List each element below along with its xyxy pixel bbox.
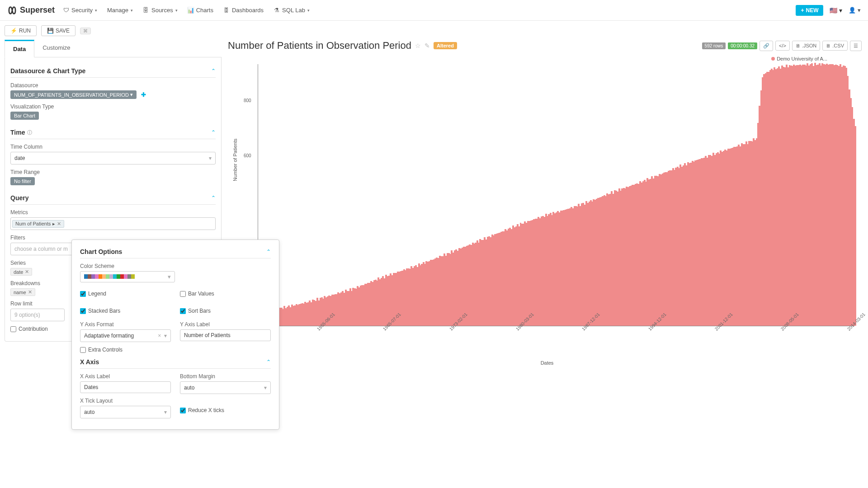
- nav-security[interactable]: 🛡Security▾: [63, 7, 97, 14]
- star-icon[interactable]: ☆: [415, 42, 421, 49]
- y-axis-label-input[interactable]: [180, 329, 271, 341]
- add-datasource-icon[interactable]: ✚: [141, 91, 146, 98]
- y-axis-label: Number of Patients: [232, 139, 238, 181]
- chart-bar[interactable]: [854, 126, 856, 326]
- x-axis-label: Dates: [240, 360, 854, 366]
- chart-legend[interactable]: Demo University of A...: [240, 56, 854, 61]
- y-tick: 800: [244, 98, 251, 103]
- remove-icon[interactable]: ✕: [25, 269, 29, 275]
- nav-sources[interactable]: 🗄Sources▾: [143, 7, 178, 14]
- chevron-up-icon: ⌃: [211, 68, 216, 74]
- chart-header: Number of Patients in Observation Period…: [226, 36, 863, 52]
- metric-tag[interactable]: Num of Patients▸✕: [12, 220, 64, 228]
- chart-title: Number of Patients in Observation Period: [228, 40, 411, 52]
- chevron-up-icon: ⌃: [266, 249, 271, 255]
- chart-area: Demo University of A... Number of Patien…: [226, 52, 863, 381]
- section-time-header[interactable]: Time ⓘ ⌃: [10, 124, 216, 139]
- contribution-checkbox[interactable]: [10, 326, 16, 332]
- json-button[interactable]: 🗎.JSON: [792, 41, 820, 51]
- viz-type-select[interactable]: Bar Chart: [10, 112, 39, 120]
- section-x-axis-header[interactable]: X Axis ⌃: [80, 357, 271, 369]
- row-count-badge: 592 rows: [702, 42, 726, 49]
- time-range-select[interactable]: No filter: [10, 177, 35, 185]
- breakdown-tag[interactable]: name✕: [10, 288, 35, 296]
- section-chart-options-header[interactable]: Chart Options ⌃: [80, 246, 271, 258]
- time-column-select[interactable]: date▾: [10, 152, 216, 164]
- color-swatch: [131, 274, 135, 279]
- color-swatch: [95, 274, 99, 279]
- x-axis-label-input[interactable]: [80, 381, 171, 386]
- chart-options-popover: Chart Options ⌃ Color Scheme ▾ Legend Ba…: [71, 239, 279, 386]
- nav-manage-label: Manage: [107, 7, 128, 14]
- nav-charts-label: Charts: [196, 7, 213, 14]
- remove-icon[interactable]: ✕: [57, 221, 61, 227]
- menu-icon: ☰: [854, 43, 858, 49]
- datasource-select[interactable]: NUM_OF_PATIENTS_IN_OBSERVATION_PERIOD ▾: [10, 90, 137, 99]
- breakdown-value: name: [14, 290, 26, 295]
- color-swatch: [91, 274, 95, 279]
- metrics-select[interactable]: Num of Patients▸✕: [10, 217, 216, 230]
- chevron-down-icon: ▾: [209, 155, 212, 161]
- bottom-margin-select[interactable]: auto▾: [180, 381, 271, 386]
- new-button[interactable]: +NEW: [796, 5, 823, 16]
- nav-sqllab[interactable]: ⚗SQL Lab▾: [274, 7, 310, 14]
- keyboard-hint: ⌘: [80, 28, 91, 34]
- series-tag[interactable]: date✕: [10, 268, 32, 276]
- chevron-down-icon: ▾: [130, 92, 133, 98]
- chevron-up-icon: ⌃: [211, 195, 216, 201]
- legend-checkbox[interactable]: [80, 291, 86, 297]
- link-button[interactable]: 🔗: [760, 41, 773, 51]
- tab-data[interactable]: Data: [5, 40, 34, 57]
- save-button[interactable]: 💾SAVE: [41, 25, 75, 36]
- y-axis-format-label: Y Axis Format: [80, 321, 171, 328]
- filters-placeholder: choose a column or m: [14, 246, 68, 252]
- section-datasource-header[interactable]: Datasource & Chart Type ⌃: [10, 63, 216, 78]
- brand-logo[interactable]: Superset: [7, 5, 55, 15]
- json-label: .JSON: [802, 43, 816, 48]
- sort-bars-label: Sort Bars: [188, 308, 211, 314]
- altered-badge: Altered: [434, 42, 457, 49]
- contribution-label: Contribution: [19, 326, 48, 332]
- color-scheme-select[interactable]: ▾: [80, 271, 175, 282]
- sort-bars-checkbox[interactable]: [180, 308, 186, 314]
- nav-dashboards[interactable]: 🎛Dashboards: [223, 7, 264, 14]
- duration-badge: 00:00:00.32: [728, 42, 757, 49]
- section-query-header[interactable]: Query ⌃: [10, 190, 216, 205]
- edit-icon[interactable]: ✎: [425, 42, 430, 49]
- bar-values-checkbox[interactable]: [180, 291, 186, 297]
- plus-icon: +: [801, 7, 804, 14]
- locale-selector[interactable]: 🇺🇸 ▾: [830, 7, 842, 14]
- color-swatch: [99, 274, 102, 279]
- nav-items: 🛡Security▾ Manage▾ 🗄Sources▾ 📊Charts 🎛Da…: [63, 7, 796, 14]
- nav-charts[interactable]: 📊Charts: [188, 7, 213, 14]
- row-limit-select[interactable]: 9 option(s): [10, 309, 65, 321]
- datasource-value: NUM_OF_PATIENTS_IN_OBSERVATION_PERIOD: [14, 92, 129, 98]
- y-axis-label-label: Y Axis Label: [180, 321, 271, 328]
- color-swatch: [106, 274, 109, 279]
- run-button[interactable]: ⚡RUN: [5, 25, 37, 36]
- extra-controls-checkbox[interactable]: [80, 347, 86, 353]
- nav-manage[interactable]: Manage▾: [107, 7, 133, 14]
- x-axis-label-label: X Axis Label: [80, 373, 171, 380]
- menu-button[interactable]: ☰: [850, 41, 862, 51]
- legend-dot-icon: [771, 57, 775, 61]
- chart-panel: Number of Patients in Observation Period…: [226, 36, 863, 381]
- color-swatch: [117, 274, 120, 279]
- stacked-bars-checkbox[interactable]: [80, 308, 86, 314]
- database-icon: 🗄: [143, 7, 149, 14]
- embed-button[interactable]: </>: [775, 41, 790, 51]
- tab-customize[interactable]: Customize: [34, 40, 78, 57]
- color-swatch: [109, 274, 113, 279]
- caret-right-icon: ▸: [52, 221, 55, 227]
- chart-canvas: 600800: [258, 64, 854, 326]
- user-menu[interactable]: 👤 ▾: [849, 7, 861, 14]
- bolt-icon: ⚡: [10, 28, 17, 34]
- time-range-label: Time Range: [10, 169, 216, 175]
- color-swatch: [113, 274, 117, 279]
- csv-button[interactable]: 🗎.CSV: [822, 41, 848, 51]
- remove-icon[interactable]: ✕: [28, 289, 32, 295]
- time-column-label: Time Column: [10, 144, 216, 150]
- y-axis-format-select[interactable]: Adaptative formating× ▾: [80, 329, 171, 342]
- color-swatch: [84, 274, 88, 279]
- extra-controls-label: Extra Controls: [88, 347, 123, 353]
